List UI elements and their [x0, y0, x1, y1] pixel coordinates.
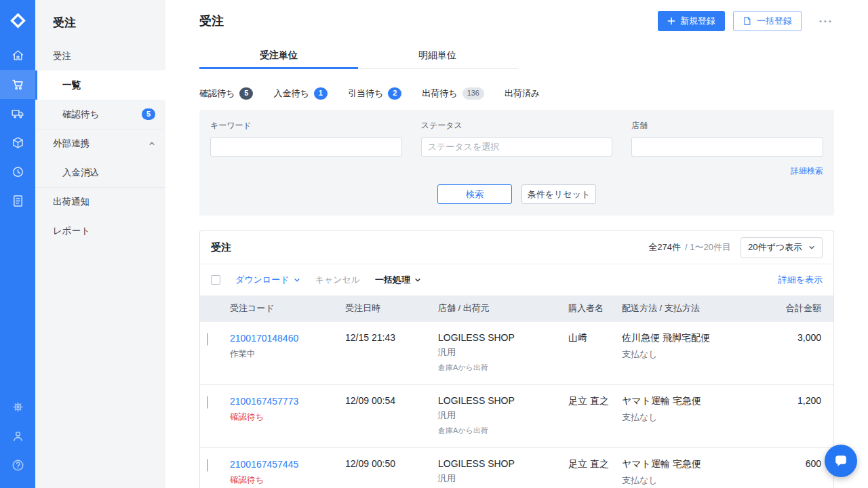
row-checkbox[interactable] — [207, 459, 208, 472]
filter-buttons: 検索 条件をリセット — [210, 184, 823, 204]
sidebar-item-label: 一覧 — [62, 79, 81, 92]
row-checkbox[interactable] — [207, 396, 208, 409]
store-channel: 汎用 — [438, 472, 568, 485]
inventory-icon[interactable] — [0, 128, 35, 157]
sidebar-item-orders[interactable]: 受注 — [35, 41, 165, 70]
count-badge: 5 — [239, 87, 253, 99]
sidebar-item-pending-confirmation[interactable]: 確認待ち 5 — [35, 100, 165, 129]
file-upload-icon — [743, 16, 752, 26]
page-title: 受注 — [199, 13, 224, 29]
history-icon[interactable] — [0, 157, 35, 186]
status-filter-label: 出荷済み — [505, 87, 540, 100]
sidebar-item-payment-reconciliation[interactable]: 入金消込 — [35, 158, 165, 187]
store-name: LOGILESS SHOP — [438, 458, 568, 469]
filter-fields: キーワード ステータス 店舗 — [210, 120, 823, 157]
help-icon[interactable] — [0, 451, 35, 480]
checkbox-column-header — [200, 308, 230, 309]
orders-cart-icon[interactable] — [0, 70, 35, 99]
download-label: ダウンロード — [235, 274, 290, 286]
bulk-register-button[interactable]: 一括登録 — [733, 11, 802, 31]
tab-label: 明細単位 — [418, 49, 456, 60]
ledger-icon[interactable] — [0, 186, 35, 216]
select-all-checkbox[interactable] — [211, 275, 220, 285]
tab-label: 受注単位 — [260, 49, 298, 60]
table-row: 2100167457445 確認待ち 12/09 00:50 LOGILESS … — [200, 447, 833, 488]
search-button[interactable]: 検索 — [437, 184, 512, 204]
cancel-action[interactable]: キャンセル — [315, 274, 361, 286]
order-code-link[interactable]: 2100167457773 — [230, 396, 298, 407]
column-header-buyer: 購入者名 — [568, 302, 622, 314]
store-name: LOGILESS SHOP — [438, 332, 568, 343]
keyword-label: キーワード — [210, 120, 402, 131]
page-size-select[interactable]: 20件ずつ表示 — [741, 237, 823, 258]
shipping-truck-icon[interactable] — [0, 99, 35, 128]
keyword-field-group: キーワード — [210, 120, 402, 157]
advanced-search-link[interactable]: 詳細検索 — [791, 165, 823, 177]
status-filter-label: 出荷待ち — [422, 87, 457, 100]
status-filter-awaiting-shipment[interactable]: 出荷待ち 136 — [422, 87, 484, 100]
count-badge: 1 — [314, 87, 328, 99]
shipping-source: 倉庫Aから出荷 — [438, 363, 568, 373]
row-checkbox[interactable] — [207, 333, 208, 346]
advanced-search-row: 詳細検索 — [210, 165, 823, 177]
store-channel: 汎用 — [438, 346, 568, 359]
sidebar-item-label: 受注 — [53, 50, 71, 62]
order-status: 作業中 — [230, 348, 345, 360]
chat-launcher[interactable] — [825, 445, 857, 477]
status-filter-label: 入金待ち — [273, 87, 309, 100]
plus-icon — [667, 17, 675, 25]
tab-order-unit[interactable]: 受注単位 — [199, 43, 358, 68]
store-label: 店舗 — [631, 120, 823, 131]
sidebar: 受注 受注 一覧 確認待ち 5 外部連携 入金消込 出荷通知 レポート — [35, 0, 165, 488]
sidebar-item-shipping-notice[interactable]: 出荷通知 — [35, 187, 165, 216]
list-action-bar: ダウンロード キャンセル 一括処理 詳細を表示 — [200, 264, 833, 296]
total-amount: 600 — [767, 458, 833, 469]
count-badge: 136 — [462, 87, 484, 99]
status-filter-awaiting-allocation[interactable]: 引当待ち 2 — [348, 87, 401, 100]
chevron-up-icon — [149, 140, 155, 147]
sidebar-item-report[interactable]: レポート — [35, 216, 165, 245]
column-header-store-source: 店舗 / 出荷元 — [438, 302, 568, 314]
bulk-process-menu[interactable]: 一括処理 — [375, 274, 421, 286]
page-header: 受注 新規登録 一括登録 — [199, 11, 834, 31]
logiless-logo-icon[interactable] — [0, 0, 35, 41]
order-code-link[interactable]: 2100167457445 — [230, 459, 298, 470]
home-icon[interactable] — [0, 41, 35, 70]
show-detail-link[interactable]: 詳細を表示 — [778, 274, 823, 286]
settings-gear-icon[interactable] — [0, 392, 35, 422]
sidebar-item-external-integration[interactable]: 外部連携 — [35, 129, 165, 158]
order-datetime: 12/09 00:54 — [345, 395, 438, 406]
status-filter-shipped[interactable]: 出荷済み — [505, 87, 540, 100]
store-channel: 汎用 — [438, 409, 568, 422]
sidebar-title: 受注 — [35, 0, 165, 41]
header-actions: 新規登録 一括登録 — [658, 11, 834, 31]
order-code-link[interactable]: 2100170148460 — [230, 333, 298, 344]
status-field-group: ステータス — [421, 120, 613, 157]
sidebar-item-label: レポート — [53, 225, 90, 237]
more-menu-icon[interactable] — [816, 17, 834, 26]
search-filter-panel: キーワード ステータス 店舗 詳細検索 検索 条件をリセット — [199, 110, 834, 216]
status-filter-awaiting-payment[interactable]: 入金待ち 1 — [273, 87, 327, 100]
keyword-input[interactable] — [210, 137, 402, 157]
sidebar-item-order-list[interactable]: 一覧 — [35, 70, 165, 100]
cancel-label: キャンセル — [315, 274, 361, 286]
reset-conditions-button[interactable]: 条件をリセット — [521, 184, 596, 204]
status-filter-label: 引当待ち — [348, 87, 383, 100]
buyer-name: 山﨑 — [568, 332, 622, 344]
payment-method: 支払なし — [622, 474, 767, 487]
store-input[interactable] — [631, 137, 823, 157]
count-badge: 5 — [142, 108, 155, 120]
status-filter-pending-confirmation[interactable]: 確認待ち 5 — [199, 87, 253, 100]
buyer-name: 足立 直之 — [568, 458, 622, 470]
new-order-button[interactable]: 新規登録 — [658, 11, 725, 31]
status-select-input[interactable] — [421, 137, 613, 157]
tab-line-unit[interactable]: 明細単位 — [358, 43, 517, 68]
list-header-right: 全274件 / 1〜20件目 20件ずつ表示 — [648, 237, 823, 258]
list-title: 受注 — [211, 241, 231, 254]
shipping-source: 倉庫Aから出荷 — [438, 426, 568, 436]
download-menu[interactable]: ダウンロード — [235, 274, 300, 286]
account-icon[interactable] — [0, 422, 35, 451]
store-name: LOGILESS SHOP — [438, 395, 568, 406]
column-header-order-code: 受注コード — [230, 302, 345, 314]
table-header-row: 受注コード 受注日時 店舗 / 出荷元 購入者名 配送方法 / 支払方法 合計金… — [200, 296, 833, 321]
